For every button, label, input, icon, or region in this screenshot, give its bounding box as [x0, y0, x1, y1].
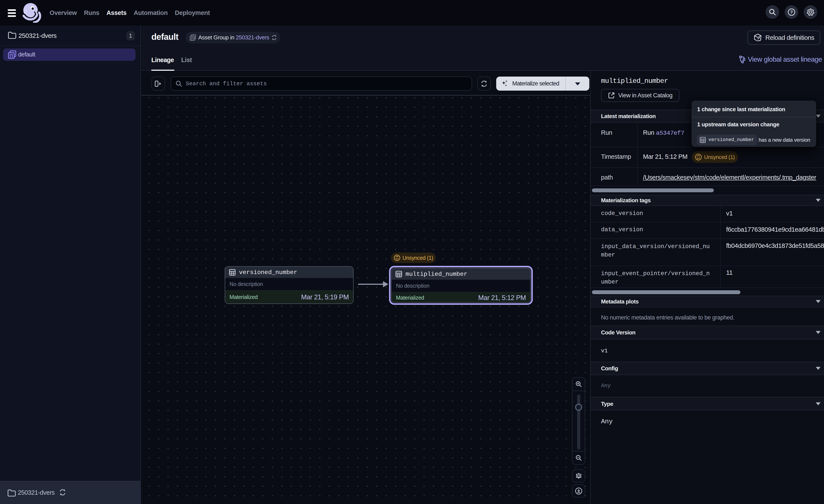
svg-text:?: ? — [790, 9, 793, 14]
